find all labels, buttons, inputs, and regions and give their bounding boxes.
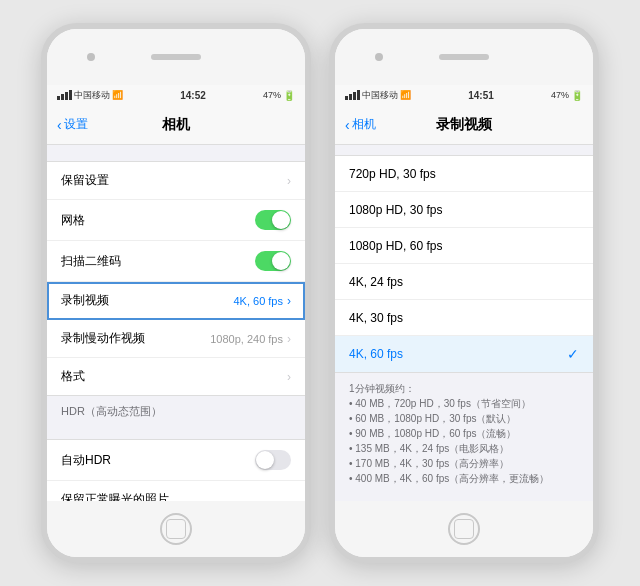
time-left: 14:52 bbox=[180, 90, 206, 101]
info-box: 1分钟视频约： • 40 MB，720p HD，30 fps（节省空间） • 6… bbox=[335, 373, 593, 494]
wifi-icon-left: 📶 bbox=[112, 90, 123, 100]
nav-title-right: 录制视频 bbox=[436, 116, 492, 134]
screen-right: 中国移动 📶 14:51 47% 🔋 ‹ 相机 录制视频 bbox=[335, 85, 593, 501]
right-slow-motion: 1080p, 240 fps › bbox=[210, 332, 291, 346]
quality-item-3[interactable]: 4K, 24 fps bbox=[335, 264, 593, 300]
quality-item-5[interactable]: 4K, 60 fps ✓ bbox=[335, 336, 593, 372]
chevron-slow-motion: › bbox=[287, 332, 291, 346]
home-button-left[interactable] bbox=[160, 513, 192, 545]
nav-back-right[interactable]: ‹ 相机 bbox=[345, 116, 376, 133]
label-keep-normal: 保留正常曝光的照片 bbox=[61, 491, 169, 501]
time-right: 14:51 bbox=[468, 90, 494, 101]
toggle-grid[interactable] bbox=[255, 210, 291, 230]
info-line-4: • 170 MB，4K，30 fps（高分辨率） bbox=[349, 456, 579, 471]
back-chevron-right: ‹ bbox=[345, 117, 350, 133]
back-label-left: 设置 bbox=[64, 116, 88, 133]
quality-item-1[interactable]: 1080p HD, 30 fps bbox=[335, 192, 593, 228]
bottom-bezel-left bbox=[47, 501, 305, 557]
top-bezel-right bbox=[335, 29, 593, 85]
status-right-right: 47% 🔋 bbox=[551, 90, 583, 101]
top-bezel-left bbox=[47, 29, 305, 85]
hdr-section: 自动HDR 保留正常曝光的照片 bbox=[47, 439, 305, 501]
label-preserve: 保留设置 bbox=[61, 172, 109, 189]
nav-back-left[interactable]: ‹ 设置 bbox=[57, 116, 88, 133]
main-settings-section: 保留设置 › 网格 扫描二维码 bbox=[47, 161, 305, 396]
right-format: › bbox=[287, 370, 291, 384]
status-bar-left: 中国移动 📶 14:52 47% 🔋 bbox=[47, 85, 305, 105]
item-slow-motion[interactable]: 录制慢动作视频 1080p, 240 fps › bbox=[47, 320, 305, 358]
bar1 bbox=[57, 96, 60, 100]
speaker-left bbox=[151, 54, 201, 60]
info-title: 1分钟视频约： bbox=[349, 381, 579, 396]
quality-label-3: 4K, 24 fps bbox=[349, 275, 403, 289]
back-label-right: 相机 bbox=[352, 116, 376, 133]
bar4 bbox=[69, 90, 72, 100]
status-left-left: 中国移动 📶 bbox=[57, 89, 123, 102]
nav-title-left: 相机 bbox=[162, 116, 190, 134]
item-preserve-settings[interactable]: 保留设置 › bbox=[47, 162, 305, 200]
bottom-bezel-right bbox=[335, 501, 593, 557]
item-keep-normal[interactable]: 保留正常曝光的照片 bbox=[47, 481, 305, 501]
right-preserve: › bbox=[287, 174, 291, 188]
front-camera-left bbox=[87, 53, 95, 61]
phone-right: 中国移动 📶 14:51 47% 🔋 ‹ 相机 录制视频 bbox=[329, 23, 599, 563]
label-slow-motion: 录制慢动作视频 bbox=[61, 330, 145, 347]
info-line-1: • 60 MB，1080p HD，30 fps（默认） bbox=[349, 411, 579, 426]
toggle-thumb-qr bbox=[272, 252, 290, 270]
bar4r bbox=[357, 90, 360, 100]
label-auto-hdr: 自动HDR bbox=[61, 452, 111, 469]
quality-item-4[interactable]: 4K, 30 fps bbox=[335, 300, 593, 336]
info-line-3: • 135 MB，4K，24 fps（电影风格） bbox=[349, 441, 579, 456]
signal-bars-right bbox=[345, 90, 360, 100]
carrier-right: 中国移动 bbox=[362, 89, 398, 102]
carrier-left: 中国移动 bbox=[74, 89, 110, 102]
info-line-0: • 40 MB，720p HD，30 fps（节省空间） bbox=[349, 396, 579, 411]
status-right-left: 47% 🔋 bbox=[263, 90, 295, 101]
item-qr[interactable]: 扫描二维码 bbox=[47, 241, 305, 282]
bar2r bbox=[349, 94, 352, 100]
status-left-right: 中国移动 📶 bbox=[345, 89, 411, 102]
speaker-right bbox=[439, 54, 489, 60]
item-auto-hdr[interactable]: 自动HDR bbox=[47, 440, 305, 481]
home-button-right[interactable] bbox=[448, 513, 480, 545]
content-right: 720p HD, 30 fps 1080p HD, 30 fps 1080p H… bbox=[335, 145, 593, 501]
quality-label-1: 1080p HD, 30 fps bbox=[349, 203, 442, 217]
toggle-qr[interactable] bbox=[255, 251, 291, 271]
item-format[interactable]: 格式 › bbox=[47, 358, 305, 395]
home-button-inner-left bbox=[166, 519, 186, 539]
screen-left: 中国移动 📶 14:52 47% 🔋 ‹ 设置 相机 bbox=[47, 85, 305, 501]
right-record-video: 4K, 60 fps › bbox=[233, 294, 291, 308]
hdr-header: HDR（高动态范围） bbox=[47, 396, 305, 423]
quality-label-2: 1080p HD, 60 fps bbox=[349, 239, 442, 253]
info-line-5: • 400 MB，4K，60 fps（高分辨率，更流畅） bbox=[349, 471, 579, 486]
back-chevron-left: ‹ bbox=[57, 117, 62, 133]
label-grid: 网格 bbox=[61, 212, 85, 229]
wifi-icon-right: 📶 bbox=[400, 90, 411, 100]
bar1r bbox=[345, 96, 348, 100]
front-camera-right bbox=[375, 53, 383, 61]
value-record-video: 4K, 60 fps bbox=[233, 295, 283, 307]
content-left: 保留设置 › 网格 扫描二维码 bbox=[47, 145, 305, 501]
quality-item-0[interactable]: 720p HD, 30 fps bbox=[335, 156, 593, 192]
item-record-video[interactable]: 录制视频 4K, 60 fps › bbox=[47, 282, 305, 320]
quality-item-2[interactable]: 1080p HD, 60 fps bbox=[335, 228, 593, 264]
value-slow-motion: 1080p, 240 fps bbox=[210, 333, 283, 345]
signal-bars-left bbox=[57, 90, 72, 100]
battery-left: 47% bbox=[263, 90, 281, 100]
toggle-thumb-auto-hdr bbox=[256, 451, 274, 469]
label-format: 格式 bbox=[61, 368, 85, 385]
battery-icon-left: 🔋 bbox=[283, 90, 295, 101]
info-line-2: • 90 MB，1080p HD，60 fps（流畅） bbox=[349, 426, 579, 441]
bar3 bbox=[65, 92, 68, 100]
home-button-inner-right bbox=[454, 519, 474, 539]
quality-label-5: 4K, 60 fps bbox=[349, 347, 403, 361]
item-grid[interactable]: 网格 bbox=[47, 200, 305, 241]
toggle-thumb-grid bbox=[272, 211, 290, 229]
chevron-format: › bbox=[287, 370, 291, 384]
toggle-auto-hdr[interactable] bbox=[255, 450, 291, 470]
chevron-preserve: › bbox=[287, 174, 291, 188]
phone-left: 中国移动 📶 14:52 47% 🔋 ‹ 设置 相机 bbox=[41, 23, 311, 563]
nav-bar-right: ‹ 相机 录制视频 bbox=[335, 105, 593, 145]
label-record-video: 录制视频 bbox=[61, 292, 109, 309]
nav-bar-left: ‹ 设置 相机 bbox=[47, 105, 305, 145]
